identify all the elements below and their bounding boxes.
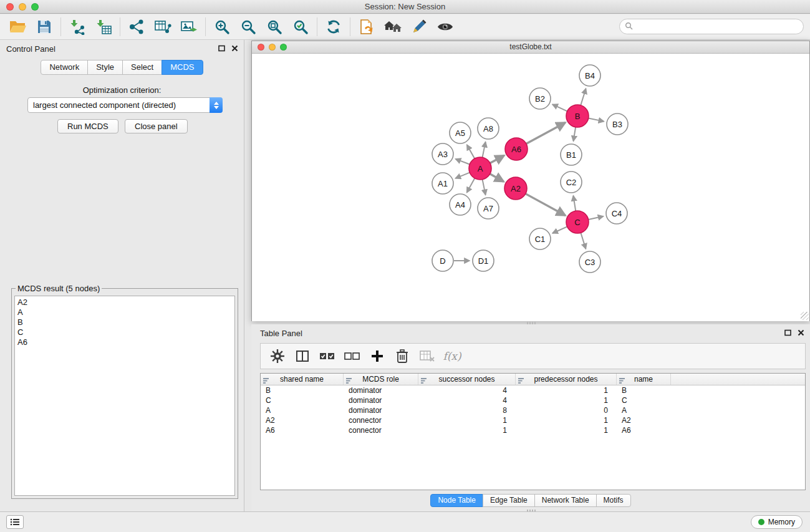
network-edge-A-A6[interactable] [490, 155, 504, 163]
network-edge-C-C1[interactable] [552, 226, 567, 233]
zoom-fit-icon[interactable] [261, 16, 287, 37]
network-edge-C-C4[interactable] [589, 216, 604, 220]
tab-motifs[interactable]: Motifs [596, 494, 631, 507]
tab-style[interactable]: Style [87, 60, 123, 75]
zoom-selected-icon[interactable] [287, 16, 314, 37]
table-row[interactable]: A6connector11A6 [261, 425, 805, 435]
network-edge-A6-B[interactable] [526, 122, 566, 143]
network-edge-B-B2[interactable] [552, 104, 567, 111]
table-cell[interactable]: connector [344, 425, 418, 435]
float-panel-icon[interactable] [783, 328, 792, 337]
network-from-table-icon[interactable] [150, 16, 176, 37]
table-cell[interactable]: 1 [418, 425, 516, 435]
table-cell[interactable]: B [261, 385, 344, 395]
close-panel-icon[interactable] [796, 328, 805, 337]
zoom-out-icon[interactable] [235, 16, 261, 37]
minimize-window-button[interactable] [19, 3, 26, 11]
table-cell[interactable]: C [617, 395, 671, 405]
network-node-C2[interactable]: C2 [561, 172, 582, 193]
float-panel-icon[interactable] [217, 44, 226, 52]
network-edge-B-B3[interactable] [589, 118, 604, 122]
refresh-icon[interactable] [321, 16, 347, 37]
network-node-B3[interactable]: B3 [607, 114, 628, 135]
session-page-icon[interactable] [354, 16, 380, 37]
table-cell[interactable]: B [617, 385, 671, 395]
run-mcds-button[interactable]: Run MCDS [57, 119, 118, 133]
network-edge-A-A3[interactable] [456, 159, 470, 165]
table-cell[interactable]: A [261, 405, 344, 415]
close-panel-icon[interactable] [230, 44, 239, 52]
network-canvas[interactable]: B4B2BB3A5A8A6B1A3AC2A1A2A4A7C1CC4C3DD1 [252, 54, 809, 321]
network-node-B1[interactable]: B1 [561, 144, 582, 165]
table-row[interactable]: Bdominator41B [261, 385, 805, 395]
table-cell[interactable]: A2 [617, 415, 671, 425]
export-image-icon[interactable] [176, 16, 202, 37]
network-edge-A-A1[interactable] [455, 173, 470, 178]
zoom-window-button[interactable] [31, 3, 39, 11]
eye-icon[interactable] [432, 16, 458, 37]
style-pen-icon[interactable] [406, 16, 432, 37]
network-edge-A2-C[interactable] [526, 194, 566, 216]
network-edge-C-C2[interactable] [573, 196, 576, 211]
table-cell[interactable]: dominator [344, 385, 418, 395]
table-cell[interactable]: dominator [344, 405, 418, 415]
tab-select[interactable]: Select [122, 60, 162, 75]
network-node-A4[interactable]: A4 [450, 194, 471, 215]
new-network-icon[interactable] [123, 16, 150, 37]
zoom-in-icon[interactable] [209, 16, 235, 37]
home-icon[interactable] [380, 16, 406, 37]
add-column-icon[interactable] [367, 346, 388, 367]
network-node-D[interactable]: D [432, 250, 453, 271]
network-node-C1[interactable]: C1 [529, 228, 551, 249]
network-node-A5[interactable]: A5 [450, 122, 471, 143]
table-cell[interactable]: 1 [516, 425, 617, 435]
import-network-icon[interactable] [64, 16, 90, 37]
table-cell[interactable]: 1 [516, 395, 617, 405]
table-cell[interactable]: A [617, 405, 671, 415]
memory-button[interactable]: Memory [751, 515, 803, 529]
task-history-button[interactable] [6, 515, 24, 529]
network-node-A3[interactable]: A3 [432, 143, 453, 165]
table-row[interactable]: Adominator80A [261, 405, 805, 415]
table-settings-gear-icon[interactable] [267, 346, 288, 367]
table-cell[interactable]: A2 [261, 415, 344, 425]
network-node-B4[interactable]: B4 [579, 65, 600, 86]
network-node-C[interactable]: C [566, 211, 589, 233]
table-cell[interactable]: A6 [261, 425, 344, 435]
close-panel-button[interactable]: Close panel [125, 119, 188, 133]
network-minimize-button[interactable] [269, 44, 276, 51]
tab-edge-table[interactable]: Edge Table [483, 494, 535, 507]
optimization-criterion-dropdown[interactable]: largest connected component (directed) [27, 97, 223, 113]
column-header-shared-name[interactable]: shared name [261, 374, 344, 385]
table-cell[interactable]: connector [344, 415, 418, 425]
network-edge-A-A4[interactable] [467, 178, 475, 193]
table-cell[interactable]: 8 [418, 405, 516, 415]
table-cell[interactable]: 1 [516, 415, 617, 425]
window-resize-grip[interactable] [801, 312, 809, 320]
network-zoom-button[interactable] [280, 44, 287, 51]
network-node-A1[interactable]: A1 [432, 173, 453, 194]
table-cell[interactable]: dominator [344, 395, 418, 405]
table-cell[interactable]: 1 [516, 385, 617, 395]
network-node-B[interactable]: B [566, 105, 589, 127]
network-node-A6[interactable]: A6 [505, 138, 528, 160]
table-row[interactable]: Cdominator41C [261, 395, 805, 405]
select-all-icon[interactable] [317, 346, 338, 367]
table-cell[interactable]: 0 [516, 405, 617, 415]
network-node-C4[interactable]: C4 [606, 203, 627, 224]
table-cell[interactable]: 4 [418, 385, 516, 395]
network-edge-B-B4[interactable] [581, 89, 586, 105]
tab-network[interactable]: Network [41, 60, 88, 75]
network-edge-B-B1[interactable] [574, 127, 576, 142]
network-node-A8[interactable]: A8 [478, 118, 499, 139]
deselect-all-icon[interactable] [342, 346, 363, 367]
network-edge-A-A5[interactable] [467, 145, 475, 158]
show-columns-icon[interactable] [292, 346, 313, 367]
save-session-icon[interactable] [31, 16, 57, 37]
table-cell[interactable]: 1 [418, 415, 516, 425]
network-edge-C-C3[interactable] [581, 233, 586, 249]
table-row[interactable]: A2connector11A2 [261, 415, 805, 425]
table-cell[interactable]: A6 [617, 425, 671, 435]
table-cell[interactable]: 4 [418, 395, 516, 405]
network-close-button[interactable] [258, 44, 264, 51]
